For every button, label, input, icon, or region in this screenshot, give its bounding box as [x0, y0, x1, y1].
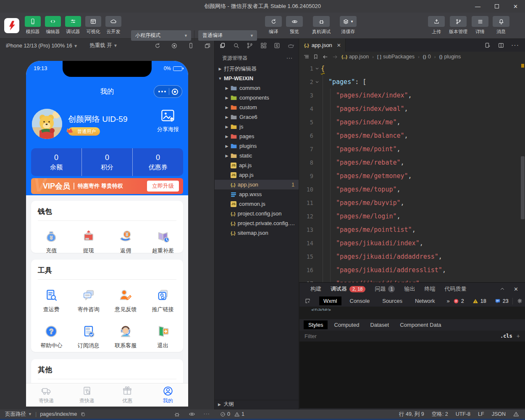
- maximize-button[interactable]: [487, 0, 506, 13]
- file-app.json[interactable]: {..}app.json1: [215, 180, 299, 189]
- logout-item[interactable]: 退出: [144, 318, 182, 354]
- service-item[interactable]: 联系客服: [107, 318, 144, 354]
- recharge-item[interactable]: ¥充值: [33, 223, 70, 260]
- tabbar-truck[interactable]: 寄快递: [26, 383, 67, 407]
- status-item[interactable]: 行 49, 列 9: [399, 411, 424, 418]
- file-project.config.json[interactable]: {..}project.config.json: [215, 209, 299, 218]
- devtools-settings-icon[interactable]: [517, 298, 523, 304]
- layers-action-button[interactable]: ▼清缓存: [336, 16, 360, 35]
- share-poster-button[interactable]: 分享海报: [155, 109, 181, 133]
- stat-余额[interactable]: 0余额: [31, 148, 81, 176]
- tabbar-person[interactable]: 我的: [148, 383, 189, 407]
- promo-item[interactable]: 推广链接: [144, 282, 182, 318]
- folder-pages[interactable]: ▶pages: [215, 131, 299, 141]
- close-tab-icon[interactable]: ✕: [337, 42, 341, 48]
- cloud-toggle-button[interactable]: 云开发: [103, 16, 123, 35]
- file-common.js[interactable]: JScommon.js: [215, 199, 299, 209]
- tabbar-gift[interactable]: 优惠: [107, 383, 148, 407]
- devtools-tab-console[interactable]: Console: [346, 297, 374, 305]
- tab-app-json[interactable]: {..} app.json ✕: [299, 39, 346, 52]
- breadcrumb-item[interactable]: {}0: [423, 54, 431, 60]
- statusbar-bug-icon[interactable]: [174, 411, 180, 417]
- close-button[interactable]: ✕: [506, 0, 525, 13]
- folder-custom[interactable]: ▶custom: [215, 102, 299, 112]
- problems-segment[interactable]: 0 1: [214, 411, 299, 417]
- breadcrumb-item[interactable]: {}plugins: [439, 54, 461, 60]
- sliders-toggle-button[interactable]: 调试器: [63, 16, 83, 35]
- rotate-icon[interactable]: [154, 42, 161, 49]
- snippets-icon[interactable]: [273, 42, 281, 49]
- breadcrumb-item[interactable]: [ ]subPackages: [377, 54, 415, 60]
- close-panel-icon[interactable]: ✕: [514, 286, 518, 292]
- styles-tab-component-data[interactable]: Component Data: [395, 320, 446, 329]
- editor-scrollbar[interactable]: [521, 156, 525, 219]
- rebate-item[interactable]: ¥返佣: [107, 223, 144, 260]
- inspect-element-icon[interactable]: [304, 298, 311, 304]
- forward-icon[interactable]: [332, 54, 338, 60]
- file-app.js[interactable]: JSapp.js: [215, 170, 299, 180]
- hot-reload-toggle[interactable]: 热重载 开 ▼: [89, 42, 118, 49]
- extensions-icon[interactable]: [260, 42, 267, 49]
- cls-button[interactable]: .cls: [500, 333, 512, 339]
- debug-tab-代码质量[interactable]: 代码质量: [444, 285, 466, 293]
- back-icon[interactable]: [322, 54, 328, 60]
- devtools-tab-sources[interactable]: Sources: [378, 297, 407, 305]
- subscribe-item[interactable]: 订阅消息: [70, 318, 108, 354]
- status-item[interactable]: JSON: [492, 411, 506, 417]
- console-counts[interactable]: 2 18 23 ⋮: [453, 298, 525, 304]
- bug-action-button[interactable]: 真机调试: [307, 16, 335, 35]
- collapse-panel-icon[interactable]: [499, 286, 505, 292]
- feedback-item[interactable]: 意见反馈: [107, 282, 144, 318]
- styles-tab-styles[interactable]: Styles: [304, 320, 328, 329]
- debug-tab-输出[interactable]: 输出: [404, 285, 415, 293]
- status-item[interactable]: 空格: 2: [432, 411, 448, 418]
- branch-action-button[interactable]: 版本管理: [448, 16, 469, 35]
- device-frame-icon[interactable]: [188, 42, 194, 49]
- open-editors-section[interactable]: ▶打开的编辑器: [215, 64, 299, 74]
- record-icon[interactable]: [171, 42, 178, 49]
- multi-window-icon[interactable]: [204, 42, 211, 49]
- copy-path-icon[interactable]: [80, 412, 86, 417]
- eye-action-button[interactable]: 预览: [284, 16, 305, 35]
- folder-plugins[interactable]: ▶plugins: [215, 141, 299, 151]
- more-tabs-icon[interactable]: »: [447, 298, 450, 304]
- bell-action-button[interactable]: 消息: [491, 16, 512, 35]
- devtools-tab-network[interactable]: Network: [411, 297, 439, 305]
- upgrade-button[interactable]: 立即升级: [147, 181, 179, 192]
- upload-action-button[interactable]: 上传: [426, 16, 447, 35]
- status-item[interactable]: LF: [478, 411, 484, 417]
- source-control-icon[interactable]: [246, 42, 253, 49]
- layout-toggle-button[interactable]: 可视化: [83, 16, 103, 35]
- file-app.wxss[interactable]: app.wxss: [215, 189, 299, 199]
- file-sitemap.json[interactable]: {..}sitemap.json: [215, 228, 299, 238]
- folder-components[interactable]: ▶components: [215, 93, 299, 102]
- files-icon[interactable]: [219, 42, 226, 49]
- project-root[interactable]: ▼MP-WEIXIN: [215, 74, 299, 83]
- file-api.js[interactable]: JSapi.js: [215, 160, 299, 170]
- avatar[interactable]: [32, 109, 62, 139]
- exit-target-icon[interactable]: [172, 89, 178, 95]
- folder-Grace6[interactable]: ▶Grace6: [215, 112, 299, 122]
- wxml-tree-clipped[interactable]: <page>: [299, 307, 525, 311]
- outline-list-icon[interactable]: [303, 54, 310, 60]
- menu3-action-button[interactable]: 详情: [470, 16, 491, 35]
- statusbar-more-icon[interactable]: ···: [204, 411, 210, 417]
- tabbar-docsearch[interactable]: 查快递: [67, 383, 108, 407]
- debug-tab-问题[interactable]: 问题1: [375, 285, 395, 293]
- teapot-icon[interactable]: [287, 42, 294, 49]
- stat-积分[interactable]: 0积分: [81, 148, 132, 176]
- editor-more-icon[interactable]: ···: [511, 42, 519, 49]
- outline-section[interactable]: ▶大纲: [215, 400, 299, 408]
- split-editor-icon[interactable]: [498, 42, 504, 49]
- styles-tab-computed[interactable]: Computed: [329, 320, 364, 329]
- mini-program-capsule[interactable]: [154, 85, 182, 98]
- phone-toggle-button[interactable]: 模拟器: [23, 16, 43, 35]
- more-dots-icon[interactable]: [158, 91, 166, 92]
- withdraw-item[interactable]: 提现: [70, 223, 108, 260]
- add-style-icon[interactable]: +: [517, 333, 520, 339]
- explorer-more-icon[interactable]: ···: [286, 55, 293, 61]
- code-area[interactable]: 1{2"pages": [3"pages/index/index",4"page…: [299, 62, 525, 282]
- help-item[interactable]: ?帮助中心: [33, 318, 70, 354]
- devtools-tab-wxml[interactable]: Wxml: [319, 297, 341, 305]
- folder-js[interactable]: ▶js: [215, 122, 299, 131]
